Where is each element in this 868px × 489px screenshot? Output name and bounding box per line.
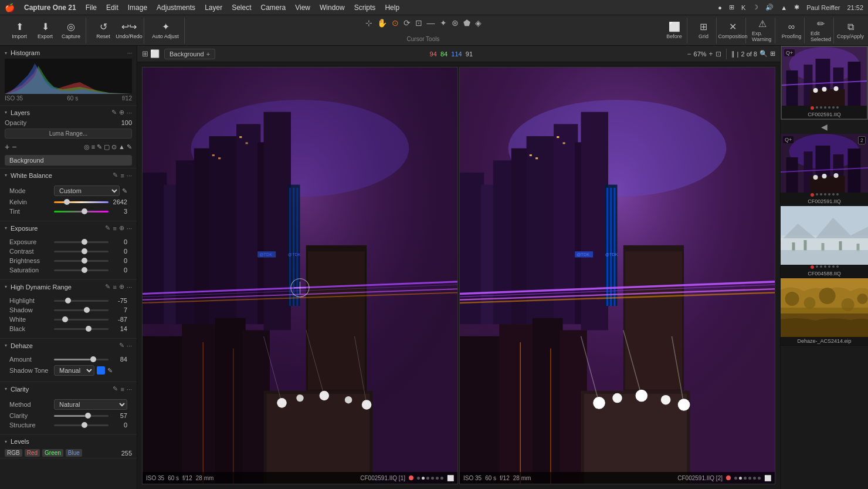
hdr-menu[interactable]: ··· <box>127 284 132 291</box>
hdr-header[interactable]: ▾ High Dynamic Range ✎ ≡ ⊕ ··· <box>0 280 137 294</box>
grid-icon-2[interactable]: ⬜ <box>150 49 160 58</box>
image-panel-left[interactable]: @TDK @TDK ISO 35 60 s f/12 28 mm CF00 <box>142 67 458 484</box>
highlight-slider[interactable] <box>54 300 108 302</box>
rotate-icon[interactable]: ⟳ <box>404 18 411 28</box>
black-slider[interactable] <box>54 328 108 330</box>
exposure-icon2[interactable]: ≡ <box>113 225 116 232</box>
zoom-in-icon[interactable]: + <box>709 50 713 58</box>
rgb-b-button[interactable]: Blue <box>66 449 82 457</box>
before-button[interactable]: ⬜ Before <box>662 18 687 43</box>
exp-warning-button[interactable]: ⚠ Exp. Warning <box>750 18 775 43</box>
expand-left-icon[interactable]: ⬜ <box>447 475 454 481</box>
wb-icon1[interactable]: ✎ <box>113 171 118 179</box>
layers-icon2[interactable]: ⊕ <box>119 109 124 116</box>
zoom-out-icon[interactable]: − <box>687 50 691 58</box>
exposure-slider[interactable] <box>54 241 108 243</box>
add-layer-icon[interactable]: + <box>5 142 9 151</box>
white-slider[interactable] <box>54 319 108 321</box>
clarity-header[interactable]: ▾ Clarity ✎ ≡ ··· <box>0 382 137 396</box>
reset-button[interactable]: ↺ Reset <box>91 18 116 43</box>
dehaze-shadow-tone-select[interactable]: Manual <box>54 365 94 376</box>
menu-view[interactable]: View <box>295 4 310 12</box>
prev-page-icon[interactable]: ‖ <box>731 50 735 58</box>
add-layer-btn[interactable]: + <box>206 50 210 58</box>
structure-slider[interactable] <box>54 424 108 426</box>
menu-edit[interactable]: Edit <box>106 4 118 12</box>
capture-button[interactable]: ◎ Capture <box>59 18 83 43</box>
erase-icon[interactable]: ◈ <box>475 18 482 28</box>
clarity-slider[interactable] <box>54 415 108 417</box>
dehaze-amount-slider[interactable] <box>54 359 108 360</box>
grid-button[interactable]: ⊞ Grid <box>691 18 717 43</box>
dehaze-icon1[interactable]: ✎ <box>119 342 124 349</box>
volume-icon[interactable]: 🔊 <box>765 4 774 11</box>
wifi-icon[interactable]: ▲ <box>781 4 787 11</box>
apple-menu[interactable]: 🍎 <box>5 3 15 12</box>
wb-icon2[interactable]: ≡ <box>120 172 124 179</box>
wb-mode-select[interactable]: Custom <box>54 186 120 196</box>
wb-kelvin-slider[interactable] <box>54 201 108 203</box>
menu-camera[interactable]: Camera <box>261 4 286 12</box>
auto-adjust-button[interactable]: ✦ Auto Adjust <box>149 18 182 43</box>
crop-icon[interactable]: ⊡ <box>415 18 422 28</box>
layer-tool-5[interactable]: ⊙ <box>111 143 117 151</box>
hdr-icon1[interactable]: ✎ <box>105 283 110 291</box>
grid-icon-1[interactable]: ⊞ <box>142 49 148 58</box>
dehaze-menu[interactable]: ··· <box>127 342 132 349</box>
heal-icon[interactable]: ✦ <box>440 18 447 28</box>
exposure-menu[interactable]: ··· <box>127 225 132 232</box>
layers-header[interactable]: ▾ Layers ✎ ⊕ ··· <box>0 106 137 119</box>
layer-tool-1[interactable]: ◎ <box>84 143 90 151</box>
clone-icon[interactable]: ⊛ <box>452 18 459 28</box>
brightness-slider[interactable] <box>54 260 108 262</box>
menu-layer[interactable]: Layer <box>205 4 222 12</box>
menu-adjustments[interactable]: Adjustments <box>157 4 195 12</box>
thumbnail-1[interactable]: 1 Q+ <box>781 46 868 120</box>
expand-icon[interactable]: ⊞ <box>770 50 775 58</box>
expand-right-icon[interactable]: ⬜ <box>764 475 771 481</box>
search-icon[interactable]: 🔍 <box>760 50 768 58</box>
image-panel-right[interactable]: @TDK @TDK ISO 35 60 s f/12 28 mm CF00259… <box>459 67 775 484</box>
wb-header[interactable]: ▾ White Balance ✎ ≡ ··· <box>0 168 137 182</box>
thumbnail-3[interactable]: CF004588.IIQ <box>781 206 868 278</box>
contrast-slider[interactable] <box>54 251 108 252</box>
levels-header[interactable]: ▾ Levels <box>0 435 137 448</box>
straighten-icon[interactable]: — <box>427 18 435 28</box>
layer-tool-7[interactable]: ✎ <box>127 143 132 151</box>
menu-window[interactable]: Window <box>320 4 345 12</box>
loupe-icon[interactable]: ⊙ <box>392 18 399 28</box>
hdr-icon2[interactable]: ≡ <box>113 284 116 291</box>
thumbnail-2[interactable]: Q+ 2 <box>781 134 868 206</box>
layer-tool-2[interactable]: ≡ <box>91 143 95 151</box>
mask-icon[interactable]: ⬟ <box>463 18 470 28</box>
saturation-slider[interactable] <box>54 269 108 271</box>
menu-scripts[interactable]: Scripts <box>354 4 376 12</box>
layer-tool-6[interactable]: ▲ <box>118 143 125 151</box>
layer-tool-3[interactable]: ✎ <box>97 143 102 151</box>
menu-file[interactable]: File <box>86 4 97 12</box>
clarity-method-select[interactable]: Natural <box>54 399 127 410</box>
menu-help[interactable]: Help <box>385 4 399 12</box>
moon-icon[interactable]: ☽ <box>752 4 758 11</box>
histogram-menu[interactable]: ··· <box>127 50 132 56</box>
bluetooth-icon[interactable]: ✱ <box>794 4 799 11</box>
menu-image[interactable]: Image <box>128 4 147 12</box>
proofing-button[interactable]: ∞ Proofing <box>779 18 805 43</box>
next-page-icon[interactable]: | <box>737 50 739 58</box>
k-icon[interactable]: K <box>741 4 745 11</box>
undo-redo-button[interactable]: ↩↪ Undo/Redo <box>117 18 141 43</box>
copy-apply-button[interactable]: ⧉ Copy/Apply <box>838 18 863 43</box>
clarity-icon2[interactable]: ≡ <box>120 386 124 393</box>
clarity-menu[interactable]: ··· <box>127 386 132 393</box>
remove-layer-icon[interactable]: − <box>12 142 16 151</box>
fit-icon[interactable]: ⊡ <box>716 50 721 58</box>
wb-menu[interactable]: ··· <box>127 172 132 179</box>
exposure-icon1[interactable]: ✎ <box>105 224 110 232</box>
layers-icon1[interactable]: ✎ <box>111 109 117 116</box>
composition-button[interactable]: ✕ Composition <box>720 18 746 43</box>
record-icon[interactable]: ● <box>718 4 722 11</box>
layers-menu[interactable]: ··· <box>127 109 132 116</box>
wb-tint-slider[interactable] <box>54 211 108 213</box>
grid-icon[interactable]: ⊞ <box>729 4 734 11</box>
hand-icon[interactable]: ✋ <box>377 18 387 28</box>
